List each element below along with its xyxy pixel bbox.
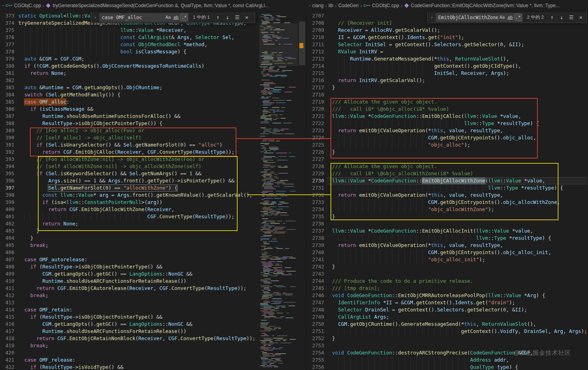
- line-number[interactable]: 2743: [307, 270, 324, 278]
- code-line[interactable]: llvm::Value *Receiver,: [18, 27, 259, 34]
- code-line[interactable]: /// [tmp drain];: [332, 285, 587, 292]
- code-line[interactable]: CGM.getLangOpts().getGC() == LangOptions…: [18, 270, 259, 278]
- minimap[interactable]: [259, 11, 298, 370]
- whole-word-toggle[interactable]: ab: [506, 14, 514, 21]
- code-line[interactable]: llvm::Type *resultType) {: [332, 120, 587, 127]
- code-line[interactable]: InitSel, Receiver, Args);: [332, 70, 587, 77]
- line-number[interactable]: 410: [0, 278, 14, 285]
- line-number[interactable]: 383: [0, 84, 14, 91]
- code-editor-right[interactable]: // [Receiver init] Receiver = AllocRV.ge…: [324, 11, 587, 370]
- code-line[interactable]: auto &Runtime = CGM.getLangOpts().ObjCRu…: [18, 84, 259, 91]
- line-number[interactable]: 2720: [307, 106, 324, 113]
- code-line[interactable]: return CGF.EmitObjCAllocWithZone(Receive…: [18, 206, 259, 213]
- breadcrumb-item[interactable]: clang: [312, 3, 324, 8]
- code-line[interactable]: llvm::Type *resultType) {: [332, 184, 587, 192]
- code-line[interactable]: if (isa<llvm::ConstantPointerNull>(arg)): [18, 199, 259, 206]
- line-number[interactable]: 412: [0, 292, 14, 299]
- line-number[interactable]: 2711: [307, 41, 324, 48]
- line-number[interactable]: 384: [0, 91, 14, 98]
- line-number[interactable]: 416: [0, 321, 14, 328]
- line-number[interactable]: 399: [0, 199, 14, 206]
- line-number[interactable]: 2727: [307, 156, 324, 163]
- code-editor-left[interactable]: static Optional<llvm::Value *>tryGenerat…: [14, 11, 259, 370]
- code-line[interactable]: "objc_alloc_init");: [332, 256, 587, 263]
- line-number-gutter[interactable]: 2707270827092710271127122713271427152716…: [307, 11, 324, 370]
- match-case-toggle[interactable]: Aa: [164, 14, 172, 21]
- toggle-replace-icon[interactable]: ›: [429, 14, 434, 20]
- line-number[interactable]: 392: [0, 149, 14, 156]
- code-line[interactable]: if (!CGM.getCodeGenOpts().ObjCConvertMes…: [18, 63, 259, 70]
- line-number[interactable]: 2752: [307, 335, 324, 342]
- line-number[interactable]: 2723: [307, 127, 324, 134]
- line-number[interactable]: 387: [0, 113, 14, 120]
- line-number[interactable]: 2756: [307, 364, 324, 370]
- line-number[interactable]: 400: [0, 206, 14, 213]
- code-line[interactable]: return emitObjCValueOperation(*this, val…: [332, 242, 587, 249]
- line-number[interactable]: 396: [0, 177, 14, 184]
- line-number[interactable]: 402: [0, 220, 14, 227]
- breadcrumb-item[interactable]: tryGenerateSpecializedMessageSend(CodeGe…: [53, 3, 269, 8]
- line-number[interactable]: 391: [0, 141, 14, 149]
- breadcrumb-left[interactable]: ›C++CGObjC.cpp›tryGenerateSpecializedMes…: [0, 0, 307, 11]
- line-number[interactable]: 411: [0, 285, 14, 292]
- line-number[interactable]: 2745: [307, 285, 324, 292]
- line-number[interactable]: 374: [0, 20, 14, 27]
- line-number[interactable]: 2751: [307, 328, 324, 335]
- code-line[interactable]: return None;: [18, 70, 259, 77]
- line-number[interactable]: 406: [0, 249, 14, 256]
- previous-match-button[interactable]: ↑: [214, 14, 222, 22]
- code-line[interactable]: "objc_allocWithZone");: [332, 206, 587, 213]
- code-line[interactable]: CGF.ConvertType(ResultType));: [18, 213, 259, 220]
- code-line[interactable]: Runtime.shouldUseRuntimeFunctionsForAllo…: [18, 113, 259, 120]
- line-number[interactable]: 2707: [307, 12, 324, 20]
- code-line[interactable]: case OMF_retain:: [18, 306, 259, 313]
- code-line[interactable]: llvm::Value *CodeGenFunction::EmitObjCAl…: [332, 177, 587, 184]
- code-line[interactable]: if (isClassMessage &&: [18, 106, 259, 113]
- code-line[interactable]: /// Produce the code to do a primitive r…: [332, 278, 587, 285]
- line-number[interactable]: 2717: [307, 84, 324, 91]
- code-line[interactable]: case OMF_alloc:: [18, 98, 259, 106]
- line-number[interactable]: 405: [0, 242, 14, 249]
- code-line[interactable]: Runtime.shouldUseARCFunctionsForRetainRe…: [18, 278, 259, 285]
- line-number-gutter[interactable]: 3733743753763773783793803813823833843853…: [0, 11, 14, 370]
- line-number[interactable]: 418: [0, 335, 14, 342]
- line-number[interactable]: 379: [0, 55, 14, 63]
- code-line[interactable]: return None;: [18, 220, 259, 227]
- line-number[interactable]: 404: [0, 235, 14, 242]
- line-number[interactable]: 2736: [307, 220, 324, 227]
- code-line[interactable]: Address addr,: [332, 356, 587, 364]
- code-line[interactable]: [332, 91, 587, 98]
- code-line[interactable]: Args.size() == 1 && Args.front().getType…: [18, 177, 259, 184]
- line-number[interactable]: 413: [0, 299, 14, 306]
- breadcrumb-item[interactable]: CodeGen: [338, 3, 358, 8]
- line-number[interactable]: 389: [0, 127, 14, 134]
- line-number[interactable]: 2718: [307, 91, 324, 98]
- code-line[interactable]: CGM.getLangOpts().getGC() == LangOptions…: [18, 321, 259, 328]
- line-number[interactable]: 375: [0, 27, 14, 34]
- breadcrumb-item[interactable]: CodeGenFunction::EmitObjCAllocWithZone(l…: [411, 3, 560, 8]
- code-line[interactable]: case OMF_autorelease:: [18, 256, 259, 263]
- code-line[interactable]: ResultType->isObjCObjectPointerType()) {: [18, 120, 259, 127]
- line-number[interactable]: 2729: [307, 170, 324, 177]
- code-line[interactable]: void CodeGenFunction::EmitObjCMRRAutorel…: [332, 292, 587, 299]
- code-line[interactable]: llvm::Type *resultType) {: [332, 235, 587, 242]
- code-line[interactable]: getContext().getObjCIdType(),: [332, 63, 587, 70]
- code-line[interactable]: llvm::Value *CodeGenFunction::EmitObjCAl…: [332, 113, 587, 120]
- line-number[interactable]: 2714: [307, 63, 324, 70]
- line-number[interactable]: 2724: [307, 134, 324, 141]
- regex-toggle[interactable]: .*: [180, 14, 188, 21]
- code-line[interactable]: }: [332, 149, 587, 156]
- code-line[interactable]: }: [332, 84, 587, 91]
- code-line[interactable]: switch (Sel.getMethodFamily()) {: [18, 91, 259, 98]
- match-case-toggle[interactable]: Aa: [498, 14, 506, 21]
- code-line[interactable]: Receiver = AllocRV.getScalarVal();: [332, 27, 587, 34]
- line-number[interactable]: 2750: [307, 321, 324, 328]
- line-number[interactable]: 2732: [307, 192, 324, 199]
- line-number[interactable]: 388: [0, 120, 14, 127]
- line-number[interactable]: 2731: [307, 184, 324, 192]
- code-line[interactable]: return InitRV.getScalarVal();: [332, 77, 587, 84]
- code-line[interactable]: }: [332, 213, 587, 220]
- line-number[interactable]: 398: [0, 192, 14, 199]
- line-number[interactable]: 385: [0, 98, 14, 106]
- line-number[interactable]: 2739: [307, 242, 324, 249]
